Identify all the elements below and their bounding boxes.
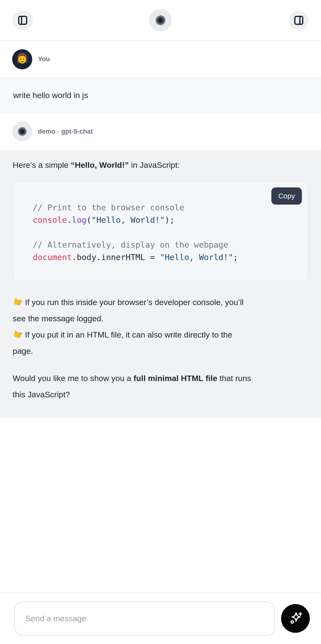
user-sender-label: You: [38, 56, 50, 63]
person-emoji-icon: [15, 52, 30, 67]
assistant-tips-paragraph: If you run this inside your browser’s de…: [13, 294, 308, 359]
right-panel-toggle-button[interactable]: [289, 10, 309, 30]
user-message-body: write hello world in js: [0, 78, 321, 113]
sidebar-toggle-button[interactable]: [13, 10, 33, 30]
user-avatar: [12, 49, 32, 69]
panel-right-icon: [293, 15, 304, 26]
starburst-logo-icon: [155, 14, 166, 26]
user-message-header: You: [0, 41, 321, 78]
assistant-question-paragraph: Would you like me to show you a full min…: [13, 370, 308, 402]
assistant-avatar: [12, 122, 32, 142]
code-content: // Print to the browser consoleconsole.l…: [33, 201, 301, 264]
starburst-icon: [17, 126, 27, 137]
sparkles-icon: [288, 611, 303, 626]
assistant-message-header: demo · gpt-5-chat: [0, 113, 321, 150]
pointing-right-icon: [13, 296, 23, 306]
copy-code-button[interactable]: Copy: [271, 188, 302, 205]
top-toolbar: [0, 0, 321, 41]
assistant-sender-label: demo · gpt-5-chat: [38, 128, 93, 135]
assistant-intro-paragraph: Here’s a simple “Hello, World!” in JavaS…: [13, 158, 308, 172]
assistant-message-body: Here’s a simple “Hello, World!” in JavaS…: [0, 150, 321, 418]
code-block: Copy // Print to the browser consolecons…: [13, 181, 308, 281]
message-input[interactable]: [14, 602, 275, 636]
send-button[interactable]: [281, 604, 310, 633]
composer-bar: [0, 592, 321, 644]
panel-left-icon: [17, 15, 28, 26]
user-message-text: write hello world in js: [13, 90, 88, 100]
empty-chat-space: [0, 418, 321, 592]
app-logo-button[interactable]: [149, 9, 172, 32]
pointing-right-icon: [13, 328, 23, 338]
